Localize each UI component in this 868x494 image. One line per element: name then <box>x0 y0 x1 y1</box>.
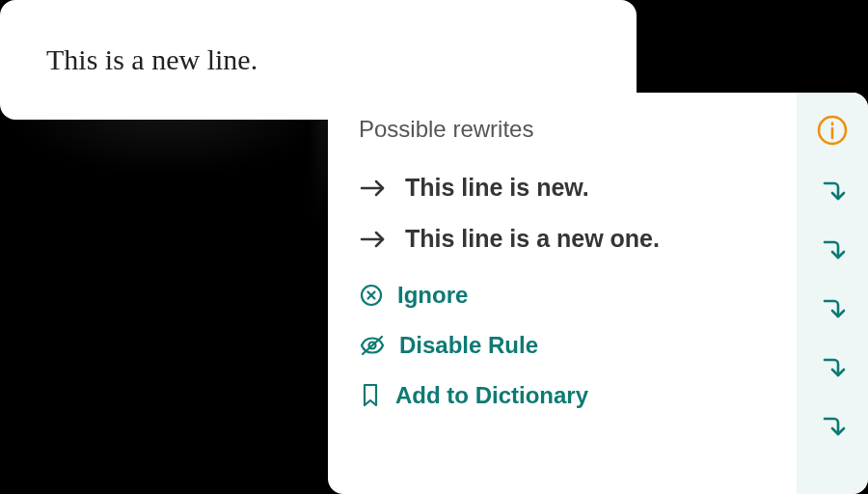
suggestion-text: This line is new. <box>405 174 589 202</box>
arrow-down-right-icon[interactable] <box>818 235 847 264</box>
original-text: This is a new line. <box>46 43 258 76</box>
arrow-down-right-icon[interactable] <box>818 177 847 206</box>
arrow-right-icon <box>359 228 388 251</box>
close-circle-icon <box>359 283 384 308</box>
ignore-label: Ignore <box>397 282 468 309</box>
suggestion-row[interactable]: This line is new. <box>359 162 787 213</box>
arrow-down-right-icon[interactable] <box>818 353 847 382</box>
popup-side-rail <box>797 93 868 494</box>
popup-main: Possible rewrites This line is new. This… <box>328 93 797 494</box>
add-to-dictionary-label: Add to Dictionary <box>395 382 588 409</box>
suggestion-text: This line is a new one. <box>405 225 660 253</box>
arrow-down-right-icon[interactable] <box>818 412 847 441</box>
add-to-dictionary-action[interactable]: Add to Dictionary <box>359 370 787 421</box>
rewrite-popup: Possible rewrites This line is new. This… <box>328 93 868 494</box>
suggestion-row[interactable]: This line is a new one. <box>359 213 787 264</box>
arrow-down-right-icon[interactable] <box>818 294 847 323</box>
disable-rule-label: Disable Rule <box>399 332 538 359</box>
arrow-right-icon <box>359 177 388 200</box>
ignore-action[interactable]: Ignore <box>359 270 787 320</box>
bookmark-icon <box>359 382 382 409</box>
info-icon[interactable] <box>816 114 849 147</box>
disable-rule-action[interactable]: Disable Rule <box>359 320 787 370</box>
popup-heading: Possible rewrites <box>359 116 787 143</box>
eye-off-icon <box>359 333 386 358</box>
